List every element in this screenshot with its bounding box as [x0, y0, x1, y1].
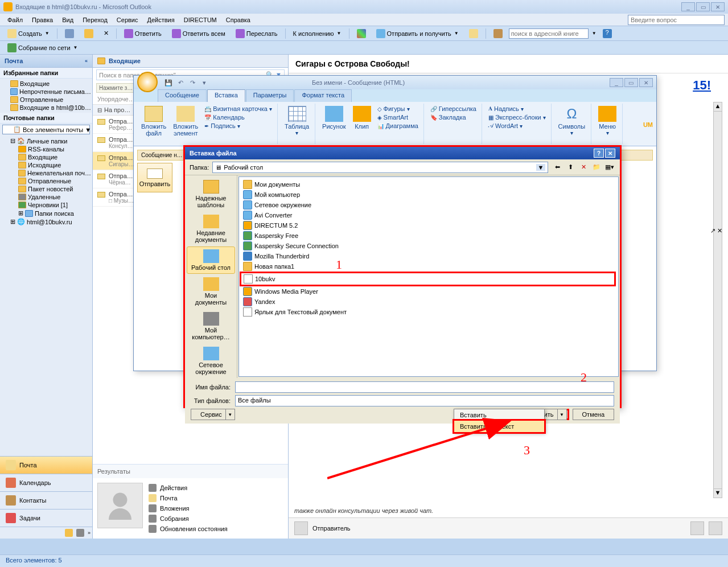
addressbook-search[interactable]: [509, 28, 589, 39]
fav-sent[interactable]: Отправленные: [0, 96, 92, 104]
all-mail-items[interactable]: 📋 Все элементы почты ▼: [2, 125, 90, 134]
file-item[interactable]: Mozilla Thunderbird: [241, 251, 616, 261]
scrollbar[interactable]: ▲ ▼: [713, 102, 722, 498]
newfolder-icon[interactable]: 📁: [591, 162, 602, 173]
mail-header[interactable]: Почта«: [0, 55, 92, 68]
menu-file[interactable]: Файл: [3, 15, 27, 24]
addressbook-button[interactable]: [490, 27, 507, 40]
wordart-button[interactable]: 𝒜 WordArt ▾: [487, 122, 548, 130]
menu-view[interactable]: Вид: [58, 15, 77, 24]
filetype-combo[interactable]: Все файлы: [235, 395, 614, 406]
nav-tasks[interactable]: Задачи: [0, 509, 92, 527]
personal-folders[interactable]: ⊟ 🏠 Личные папки: [0, 137, 92, 145]
file-item-selected[interactable]: 10bukv: [240, 272, 616, 286]
file-item[interactable]: Avi Converter: [241, 210, 616, 220]
menu-actions[interactable]: Действия: [143, 15, 179, 24]
detail-status[interactable]: Обновления состояния: [149, 524, 283, 534]
news[interactable]: Пакет новостей: [0, 185, 92, 193]
year-link[interactable]: 15!: [693, 78, 711, 93]
filename-input[interactable]: [235, 381, 614, 393]
file-item[interactable]: DIRECTUM 5.2: [241, 220, 616, 231]
reply-button[interactable]: Ответить: [120, 27, 166, 40]
send-button[interactable]: Отправить: [137, 163, 172, 192]
bookmark-button[interactable]: 🔖 Закладка: [429, 113, 478, 121]
up-icon[interactable]: ⬆: [565, 162, 576, 173]
print-button[interactable]: [61, 27, 78, 40]
file-item[interactable]: Kaspersky Free: [241, 231, 616, 241]
help-button[interactable]: ?: [599, 27, 616, 40]
file-item[interactable]: Kaspersky Secure Connection: [241, 241, 616, 251]
people-pane-icon[interactable]: [690, 521, 704, 535]
detail-mail[interactable]: Почта: [149, 493, 283, 503]
file-item[interactable]: Yandex: [241, 297, 616, 307]
fav-unread[interactable]: Непрочтенные письма…: [0, 88, 92, 96]
attach-file-button[interactable]: Вложить файл: [139, 105, 168, 138]
detail-meetings[interactable]: Собрания: [149, 513, 283, 524]
compose-close[interactable]: ✕: [639, 78, 653, 87]
online-meeting-button[interactable]: Собрание по сети▼: [3, 42, 81, 54]
place-network[interactable]: Сетевое окружение: [187, 344, 235, 378]
dialog-close[interactable]: ✕: [605, 149, 615, 158]
place-mycomputer[interactable]: Мой компьютер…: [187, 309, 235, 343]
attach-item-button[interactable]: Вложить элемент: [171, 105, 200, 138]
directum-menu[interactable]: Меню ▾: [596, 105, 619, 137]
office-button[interactable]: [137, 72, 158, 92]
bizcard-button[interactable]: 📇 Визитная карточка ▾: [203, 105, 274, 113]
sent[interactable]: Отправленные: [0, 177, 92, 185]
minimize-button[interactable]: _: [681, 2, 695, 11]
menu-help[interactable]: Справка: [222, 15, 254, 24]
tab-message[interactable]: Сообщение: [158, 89, 207, 102]
forward-button[interactable]: Переслать: [232, 27, 282, 40]
menu-directum[interactable]: DIRECTUM: [180, 15, 221, 24]
delete-button[interactable]: ✕: [100, 28, 113, 39]
inbox[interactable]: Входящие: [0, 153, 92, 161]
picture-button[interactable]: Рисунок: [320, 105, 348, 131]
tab-insert[interactable]: Вставка: [207, 89, 245, 102]
reply-all-button[interactable]: Ответить всем: [168, 27, 229, 40]
fav-inbox[interactable]: Входящие: [0, 80, 92, 88]
fav-acct-inbox[interactable]: Входящие в html@10b…: [0, 104, 92, 112]
smartart-button[interactable]: ◈ SmartArt: [376, 113, 420, 121]
service-button[interactable]: Сервис▼: [191, 409, 235, 420]
rss[interactable]: RSS-каналы: [0, 145, 92, 153]
clip-button[interactable]: Клип: [351, 105, 373, 131]
question-box[interactable]: [628, 15, 725, 25]
cancel-button[interactable]: Отмена: [573, 409, 614, 420]
folder-combo[interactable]: 🖥 Рабочий стол▼: [212, 162, 548, 173]
qat-more[interactable]: ▾: [199, 77, 209, 88]
textbox-button[interactable]: 𝐀 Надпись ▾: [487, 105, 548, 113]
file-list[interactable]: Мои документы Мой компьютер Сетевое окру…: [238, 176, 619, 377]
menu-edit[interactable]: Правка: [28, 15, 57, 24]
nav-calendar[interactable]: Календарь: [0, 474, 92, 491]
dialog-help[interactable]: ?: [594, 149, 604, 158]
qat-undo[interactable]: ↶: [175, 77, 186, 88]
file-item[interactable]: Windows Media Player: [241, 286, 616, 297]
categorize-button[interactable]: [353, 27, 370, 40]
outbox[interactable]: Исходящие: [0, 161, 92, 169]
detail-attach[interactable]: Вложения: [149, 503, 283, 513]
chart-button[interactable]: 📊 Диаграмма: [376, 122, 420, 130]
maximize-button[interactable]: ▭: [696, 2, 710, 11]
menu-go[interactable]: Переход: [79, 15, 112, 24]
calendar-button[interactable]: 📅 Календарь: [203, 113, 274, 121]
qat-save[interactable]: 💾: [163, 77, 174, 88]
symbols-button[interactable]: ΩСимволы ▾: [556, 105, 588, 137]
deleted[interactable]: Удаленные: [0, 193, 92, 201]
followup-button[interactable]: К исполнению▼: [289, 28, 346, 39]
nav-mail[interactable]: Почта: [0, 456, 92, 474]
table-button[interactable]: Таблица ▾: [282, 105, 311, 137]
favorites-header[interactable]: Избранные папки: [0, 68, 92, 79]
back-icon[interactable]: ⬅: [552, 162, 563, 173]
delete-icon[interactable]: ✕: [578, 162, 589, 173]
place-mydocs[interactable]: Мои документы: [187, 274, 235, 309]
nav-shortcuts[interactable]: »: [0, 527, 92, 539]
people-pane-icon[interactable]: [709, 521, 722, 535]
tab-options[interactable]: Параметры: [246, 89, 294, 102]
junk[interactable]: Нежелательная поч…: [0, 169, 92, 177]
place-templates[interactable]: Надежные шаблоны: [187, 177, 235, 211]
mailfolders-header[interactable]: Почтовые папки: [0, 113, 92, 124]
place-recent[interactable]: Недавние документы: [187, 212, 235, 246]
move-button[interactable]: [80, 27, 97, 40]
search-folders[interactable]: ⊞ Папки поиска: [0, 209, 92, 217]
hyperlink-button[interactable]: 🔗 Гиперссылка: [429, 105, 478, 113]
